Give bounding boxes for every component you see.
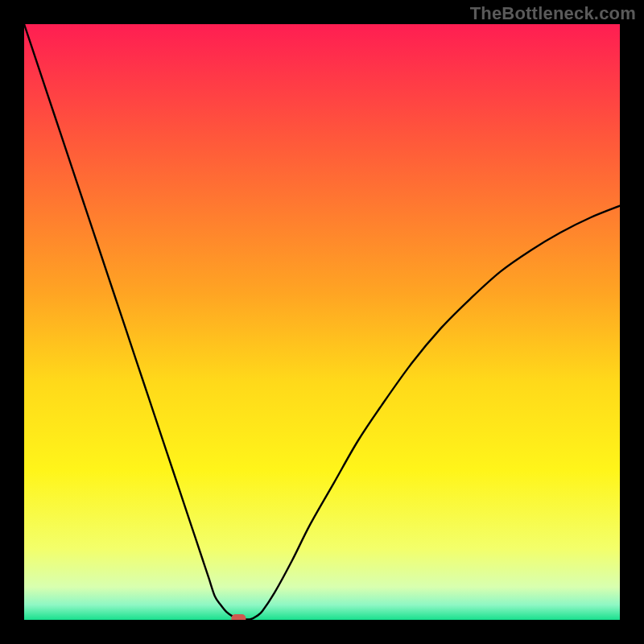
chart-frame: TheBottleneck.com <box>0 0 644 644</box>
chart-svg <box>24 24 620 620</box>
optimal-marker <box>231 614 246 620</box>
chart-background <box>24 24 620 620</box>
plot-area <box>24 24 620 620</box>
watermark-text: TheBottleneck.com <box>470 3 636 24</box>
